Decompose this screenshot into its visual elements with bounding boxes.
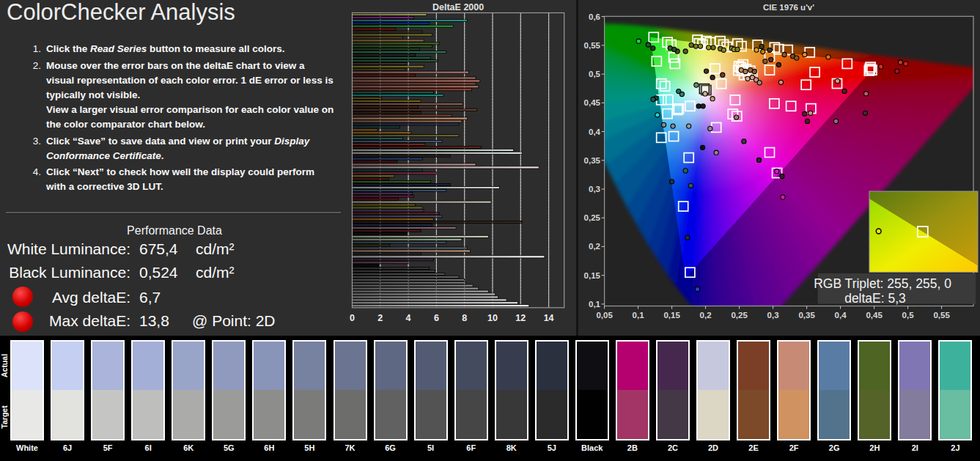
svg-text:0,4: 0,4 xyxy=(835,311,847,320)
svg-text:14: 14 xyxy=(544,313,554,323)
svg-text:0,45: 0,45 xyxy=(866,311,883,320)
svg-text:deltaE: 5,3: deltaE: 5,3 xyxy=(844,291,906,306)
svg-text:2: 2 xyxy=(377,313,383,323)
svg-text:0,15: 0,15 xyxy=(584,271,601,280)
svg-text:CIE 1976 u'v': CIE 1976 u'v' xyxy=(763,3,814,12)
svg-text:0,35: 0,35 xyxy=(798,311,815,320)
svg-text:0,05: 0,05 xyxy=(596,311,613,320)
svg-text:0: 0 xyxy=(350,313,355,323)
svg-text:0,3: 0,3 xyxy=(767,311,779,320)
svg-text:10: 10 xyxy=(487,313,498,323)
svg-text:0,2: 0,2 xyxy=(589,242,600,251)
svg-text:6: 6 xyxy=(434,313,439,323)
svg-text:0,45: 0,45 xyxy=(584,98,601,107)
svg-text:0,1: 0,1 xyxy=(633,311,645,320)
svg-text:0,6: 0,6 xyxy=(589,12,600,21)
svg-text:0,55: 0,55 xyxy=(584,41,601,50)
svg-text:12: 12 xyxy=(515,313,526,323)
svg-text:4: 4 xyxy=(406,313,411,323)
svg-text:RGB Triplet: 255, 255, 0: RGB Triplet: 255, 255, 0 xyxy=(814,276,951,291)
svg-text:0,25: 0,25 xyxy=(584,213,601,222)
svg-text:0,1: 0,1 xyxy=(589,300,601,309)
svg-text:8: 8 xyxy=(462,313,467,323)
svg-text:DeltaE 2000: DeltaE 2000 xyxy=(432,2,484,12)
svg-text:0,2: 0,2 xyxy=(700,311,712,320)
svg-text:0,5: 0,5 xyxy=(902,311,915,320)
svg-text:0,55: 0,55 xyxy=(933,311,950,320)
svg-text:0,35: 0,35 xyxy=(584,156,601,165)
svg-text:0,3: 0,3 xyxy=(589,185,600,193)
svg-text:0,15: 0,15 xyxy=(663,311,680,320)
svg-text:0,4: 0,4 xyxy=(589,128,601,136)
svg-text:0,5: 0,5 xyxy=(589,70,601,78)
svg-text:0,25: 0,25 xyxy=(731,311,748,320)
